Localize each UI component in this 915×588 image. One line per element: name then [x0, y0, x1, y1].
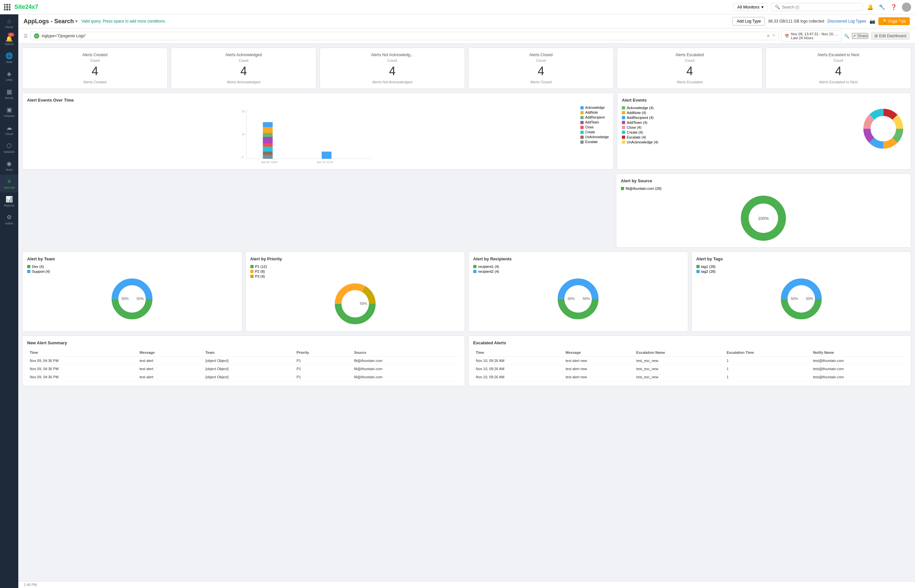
sidebar-item-network[interactable]: ⬡ Network — [0, 139, 18, 157]
query-input-area[interactable]: G logtype="Opsgenie Logs" ✕ ? — [31, 32, 778, 40]
svg-rect-9 — [263, 144, 273, 147]
legend-create-label: Create — [585, 130, 595, 134]
monitor-select[interactable]: All Monitors ▾ — [734, 3, 767, 11]
nav-icons: 🔔 🔧 ❓ — [867, 3, 911, 12]
screenshot-icon[interactable]: 📷 — [870, 19, 875, 24]
svg-text:50%: 50% — [567, 297, 575, 300]
global-search-box[interactable]: 🔍 — [771, 3, 863, 11]
ae-addteam: AddTeam (4) — [622, 121, 855, 124]
edit-dashboard-button[interactable]: ⊞ Edit Dashboard — [871, 32, 910, 40]
team-dev-dot — [27, 265, 31, 268]
table-row: Nov 09, 04:36 PM test alert [object Obje… — [27, 373, 460, 381]
title-chevron-icon[interactable]: ▾ — [75, 19, 78, 24]
sidebar-item-admin[interactable]: ⚙ Admin — [0, 210, 18, 228]
header-right: Add Log Type 86.33 GB/111 GB logs collec… — [732, 17, 910, 26]
add-log-type-button[interactable]: Add Log Type — [732, 17, 765, 26]
table-row: Nov 09, 04:36 PM test alert [object Obje… — [27, 357, 460, 365]
query-help-icon[interactable]: ? — [773, 34, 775, 38]
card-alerts-escalated: Alerts Escalated Count 4 Alerts Escalate… — [617, 48, 762, 89]
list-icon: ☰ — [24, 33, 28, 39]
ae-escalate: Escalate (4) — [622, 135, 855, 139]
discovered-log-types-link[interactable]: Discovered Log Types — [828, 19, 866, 24]
monitor-chevron-icon: ▾ — [761, 5, 764, 10]
sidebar-item-web[interactable]: 🌐 Web — [0, 49, 18, 67]
sidebar-label-home: Home — [5, 26, 13, 29]
sidebar-item-rum[interactable]: ◉ RUM — [0, 157, 18, 175]
cloud-icon: ☁ — [6, 124, 12, 131]
ae-addteam-dot — [622, 121, 625, 124]
sidebar-item-cloud[interactable]: ☁ Cloud — [0, 121, 18, 139]
col-team: Team — [203, 349, 294, 357]
legend-unacknowledge: UnAcknowledge — [580, 135, 609, 139]
col-source: Source — [351, 349, 460, 357]
new-alert-summary-table: Time Message Team Priority Source Nov 09… — [27, 349, 460, 381]
col-priority: Priority — [294, 349, 351, 357]
sidebar-item-vmware[interactable]: ▣ VMware — [0, 103, 18, 121]
svg-text:50%: 50% — [137, 297, 144, 300]
table-row: Nov 10, 09:26 AM test alert new test_esc… — [473, 365, 906, 373]
svg-text:50%: 50% — [583, 297, 590, 300]
svg-text:20: 20 — [241, 110, 245, 113]
ae-unacknowledge-dot — [622, 141, 625, 144]
legend-acknowledge-dot — [580, 106, 584, 110]
card-alerts-escalated-next: Alerts Escalated to Next Count 4 Alerts … — [766, 48, 911, 89]
share-button[interactable]: ↗ Share — [852, 33, 868, 39]
svg-rect-13 — [322, 152, 331, 159]
col-time: Time — [27, 349, 137, 357]
recipient2-dot — [473, 270, 477, 273]
query-clear-icon[interactable]: ✕ — [767, 34, 770, 38]
sidebar-item-home[interactable]: ⌂ Home — [0, 15, 18, 32]
legend-create-dot — [580, 131, 584, 134]
svg-text:100%: 100% — [758, 216, 769, 221]
recipients-donut: 50% 50% — [555, 276, 601, 322]
alert-by-source-panel: Alert by Source fili@ifountain.com (28) … — [616, 173, 911, 248]
card-alerts-not-acknowledged: Alerts Not Acknowledg... Count 4 Alerts … — [320, 48, 465, 89]
priority-p3-legend: P3 (4) — [250, 275, 461, 278]
legend-acknowledge-label: Acknowledge — [585, 106, 605, 110]
alert-events-donut — [860, 106, 906, 152]
charts-row-2: Alert by Team Dev (4) Support (4) — [22, 252, 911, 331]
card-alerts-acknowledged: Alerts Acknowledged Count 4 Alerts Ackno… — [171, 48, 316, 89]
notifications-icon[interactable]: 🔔 — [867, 3, 874, 11]
tools-icon[interactable]: 🔧 — [878, 3, 886, 11]
ae-addnote-dot — [622, 111, 625, 114]
ae-addrecipient: AddRecipient (4) — [622, 116, 855, 120]
card-alerts-created: Alerts Created Count 4 Alerts Created — [22, 48, 168, 89]
ae-addnote: AddNote (4) — [622, 111, 855, 115]
sidebar-item-apm[interactable]: ◈ APM — [0, 67, 18, 85]
svg-rect-11 — [263, 152, 273, 155]
svg-rect-7 — [263, 133, 273, 137]
bar-chart-svg: 20 10 0 — [27, 106, 577, 165]
user-avatar[interactable] — [902, 3, 911, 12]
svg-text:0: 0 — [241, 155, 243, 159]
time-range-info[interactable]: 📅 Nov 09, 13:47:31 - Nov 10, ... Last 24… — [781, 31, 842, 42]
svg-point-24 — [871, 116, 896, 141]
tag1-dot — [697, 265, 700, 268]
priority-p3-dot — [250, 275, 254, 278]
sidebar-item-server[interactable]: ▦ Server — [0, 85, 18, 103]
query-bar: ☰ G logtype="Opsgenie Logs" ✕ ? 📅 Nov 09… — [18, 28, 915, 44]
home-icon: ⌂ — [8, 18, 11, 24]
priority-p1-dot — [250, 265, 254, 268]
status-time: 1:48 PM — [24, 583, 37, 587]
sidebar-item-alarms[interactable]: 🔔 Alarms 41 — [0, 32, 18, 49]
sidebar-item-reports[interactable]: 📊 Reports — [0, 192, 18, 210]
search-input[interactable] — [782, 5, 859, 10]
help-icon[interactable]: ❓ — [890, 3, 897, 11]
legend-addteam-dot — [580, 121, 584, 124]
sidebar-label-admin: Admin — [5, 222, 13, 225]
apm-icon: ◈ — [7, 70, 11, 78]
grid-menu-icon[interactable] — [4, 4, 10, 10]
sidebar-label-vmware: VMware — [3, 114, 15, 118]
svg-text:50%: 50% — [791, 297, 798, 300]
legend-close-label: Close — [585, 126, 594, 129]
time-range-line1: Nov 09, 13:47:31 - Nov 10, ... — [791, 32, 838, 36]
svg-text:50%: 50% — [360, 302, 367, 305]
legend-addnote: AddNote — [580, 111, 609, 114]
svg-text:50%: 50% — [806, 297, 813, 300]
sidebar-item-applogs[interactable]: ≡ AppLogs — [0, 175, 18, 192]
page-tips-button[interactable]: 💡 Page Tips — [878, 17, 910, 25]
legend-addteam-label: AddTeam — [585, 121, 599, 124]
search-query-icon[interactable]: 🔍 — [844, 34, 849, 39]
recipients-donut-wrap: 50% 50% — [473, 276, 683, 322]
